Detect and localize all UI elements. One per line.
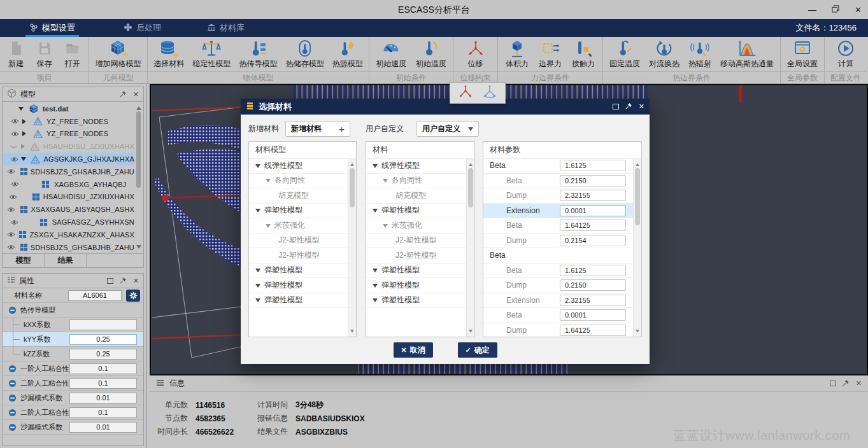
param-row[interactable]: Dump1.64125	[483, 323, 641, 339]
list-item[interactable]: 弹塑性模型	[366, 293, 474, 309]
pin-icon[interactable]	[120, 277, 127, 285]
select-material-button[interactable]: 选择材料	[151, 38, 187, 70]
global-settings-button[interactable]: 全局设置	[785, 38, 820, 70]
tree-item-hidden[interactable]: HSAUHDISU_JZXIUXHAHX	[3, 140, 134, 153]
param-row[interactable]: Beta0.0001	[483, 308, 641, 323]
eye-closed-icon[interactable]	[7, 144, 21, 150]
list-item[interactable]: 胡克模型	[249, 188, 356, 204]
add-mesh-model-button[interactable]: 增加网格模型	[93, 38, 144, 70]
param-input[interactable]: 2.32155	[560, 295, 626, 306]
material-name-input[interactable]: AL6061	[68, 290, 122, 301]
heat-source-model-button[interactable]: 热源模型	[330, 38, 366, 70]
pin-icon[interactable]	[120, 90, 127, 99]
tree-item[interactable]: YZ_FREE_NODES	[3, 115, 134, 128]
list-item[interactable]: 线弹性模型	[249, 158, 356, 174]
minimize-icon[interactable]: —	[808, 6, 816, 14]
param-row[interactable]: Beta1.64125	[483, 218, 641, 234]
tree-item[interactable]: XAGBSXG_AYHAQBJ	[3, 178, 134, 191]
new-material-input[interactable]: 新增材料 +	[285, 121, 350, 137]
property-row[interactable]: 沙漏模式系数 0.01	[3, 391, 143, 405]
eye-open-icon[interactable]	[7, 207, 15, 213]
heat-conduction-model-button[interactable]: 热传导模型	[236, 38, 280, 70]
property-row[interactable]: kZZ系数 0.25	[3, 347, 143, 361]
radiation-button[interactable]: 热辐射	[686, 38, 714, 70]
close-icon[interactable]: ✕	[133, 91, 139, 98]
contact-force-button[interactable]: 接触力	[569, 38, 597, 70]
list-item[interactable]: 弹塑性模型	[249, 278, 356, 293]
maximize-icon[interactable]	[830, 381, 836, 386]
eye-open-icon[interactable]	[7, 244, 15, 250]
collapse-minus-icon[interactable]	[8, 409, 17, 417]
property-row[interactable]: 沙漏模式系数 0.01	[3, 420, 143, 435]
tree-item[interactable]: XSAXGAUS_AISYAQSH_ASHX	[3, 203, 134, 216]
caret-down-icon[interactable]	[21, 155, 29, 164]
open-button[interactable]: 打开	[60, 38, 85, 70]
caret-right-icon[interactable]	[22, 119, 31, 124]
dialog-titlebar[interactable]: 选择材料 ✕	[241, 99, 650, 115]
property-input[interactable]: 0.01	[69, 393, 137, 403]
save-button[interactable]: 保存	[32, 38, 57, 70]
collapse-minus-icon[interactable]	[8, 379, 17, 388]
tree-scrollbar[interactable]	[136, 104, 142, 251]
list-item[interactable]: 弹塑性模型	[249, 204, 356, 219]
material-gear-button[interactable]	[126, 290, 140, 302]
tree-item-selected[interactable]: AGSGKJKG_GJHXAJKHXA	[3, 153, 134, 165]
param-input[interactable]: 1.6125	[560, 160, 626, 171]
param-input[interactable]: 2.32155	[560, 190, 626, 201]
initial-temperature-button[interactable]: 初始温度	[413, 38, 449, 70]
tree-item[interactable]: SDHSBJZS_GHSABJHB_ZAHU	[3, 165, 134, 178]
eye-open-icon[interactable]	[7, 220, 22, 225]
collapse-minus-icon[interactable]	[8, 306, 17, 314]
close-icon[interactable]: ✕	[133, 277, 139, 284]
list-item[interactable]: J2-塑性模型	[366, 248, 474, 263]
tab-model-settings[interactable]: 模型设置	[22, 19, 83, 37]
property-row[interactable]: 二阶人工粘合性 0.1	[3, 405, 143, 420]
property-row[interactable]: kXX系数	[3, 318, 143, 332]
list-item[interactable]: 弹塑性模型	[249, 263, 356, 279]
param-row[interactable]: Beta1.6125	[483, 263, 641, 279]
eye-open-icon[interactable]	[7, 181, 22, 187]
param-row[interactable]: Dump0.2154	[483, 234, 641, 249]
tree-item-root[interactable]: test.dat	[3, 102, 134, 115]
scroll-down-icon[interactable]	[136, 245, 141, 251]
stability-model-button[interactable]: 稳定性模型	[190, 38, 233, 70]
list-item[interactable]: 弹塑性模型	[366, 263, 474, 279]
list-item[interactable]: 米茨强化	[366, 218, 474, 234]
add-material-icon[interactable]: +	[339, 123, 345, 134]
eye-open-icon[interactable]	[7, 194, 18, 200]
param-input[interactable]: 1.6125	[560, 265, 626, 276]
param-row[interactable]: Beta1.6125	[483, 158, 641, 174]
property-row[interactable]: 一阶人工粘合性 0.1	[3, 361, 143, 376]
initial-velocity-button[interactable]: 初始速度	[373, 38, 409, 70]
property-group-heat-conduction[interactable]: 热传导模型	[3, 303, 143, 318]
close-icon[interactable]: ✕	[639, 103, 644, 110]
collapse-minus-icon[interactable]	[8, 394, 17, 402]
list-item[interactable]: J2-塑性模型	[249, 248, 356, 263]
displacement-axes-gray-icon[interactable]	[481, 84, 498, 102]
caret-right-icon[interactable]	[22, 131, 31, 136]
tree-item[interactable]: SDHSBJZS_GHSABJHB_ZAHU	[3, 241, 134, 253]
list-item[interactable]: 胡克模型	[366, 188, 474, 204]
property-input[interactable]: 0.25	[69, 334, 137, 345]
maximize-icon[interactable]	[613, 104, 619, 109]
caret-down-icon[interactable]	[18, 104, 27, 113]
list-item[interactable]: 各向同性	[249, 174, 356, 189]
param-row[interactable]: Dump0.2150	[483, 278, 641, 293]
param-group-row[interactable]: Beta	[483, 248, 641, 263]
cancel-button[interactable]: ✕ 取消	[394, 342, 433, 358]
list-scrollbar[interactable]	[466, 159, 474, 337]
new-button[interactable]: 新建	[4, 38, 28, 70]
param-row-selected[interactable]: Extension0.0001	[483, 204, 641, 219]
boundary-force-button[interactable]: 边界力	[536, 38, 564, 70]
displacement-button[interactable]: 位移	[464, 38, 488, 70]
user-defined-select[interactable]: 用户自定义	[416, 121, 479, 137]
list-item[interactable]: 米茨强化	[249, 218, 356, 234]
heat-storage-model-button[interactable]: 热储存模型	[283, 38, 327, 70]
tree-item[interactable]: ZSXGX_HSAKAZNZXK_AHASX	[3, 228, 134, 241]
restore-icon[interactable]	[832, 5, 839, 14]
gaussian-heat-flux-button[interactable]: 移动高斯热通量	[718, 38, 776, 70]
property-input[interactable]: 0.1	[69, 407, 137, 418]
property-row[interactable]: 二阶人工粘合性 0.1	[3, 376, 143, 391]
list-item[interactable]: J2-塑性模型	[249, 234, 356, 249]
list-item[interactable]: 弹塑性模型	[366, 204, 474, 219]
